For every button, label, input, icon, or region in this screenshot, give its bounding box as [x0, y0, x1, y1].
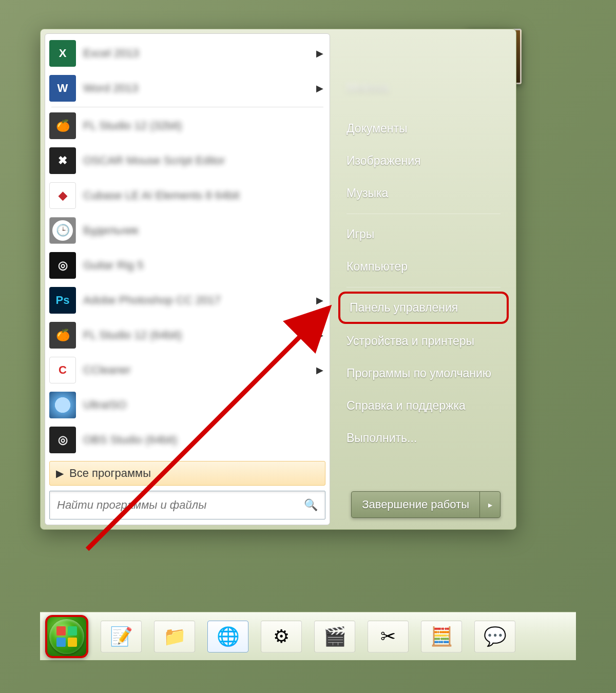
submenu-arrow-icon: ▶: [316, 83, 323, 94]
app-icon: ◎: [49, 427, 76, 453]
app-icon: C: [49, 357, 76, 383]
taskbar-item-notepad[interactable]: 📝: [101, 621, 142, 652]
submenu-arrow-icon: ▶: [316, 330, 323, 341]
program-item[interactable]: 🍊FL Studio 12 (32bit): [46, 108, 329, 143]
link-run[interactable]: Выполнить...: [346, 422, 500, 454]
divider: [346, 214, 500, 214]
program-item[interactable]: ◆Cubase LE AI Elements 8 64bit: [46, 178, 329, 213]
program-item[interactable]: XExcel 2013▶: [46, 36, 329, 71]
taskbar-item-mpc[interactable]: 🎬: [314, 621, 355, 652]
link-computer[interactable]: Компьютер: [346, 251, 500, 283]
taskbar-item-explorer[interactable]: 📁: [154, 621, 195, 652]
program-label: Guitar Rig 5: [83, 259, 323, 272]
program-item[interactable]: ◎Guitar Rig 5: [46, 248, 329, 283]
taskbar-item-discord[interactable]: 💬: [474, 621, 515, 652]
program-item[interactable]: ◎OBS Studio (64bit): [46, 422, 329, 457]
app-icon: [49, 392, 76, 418]
start-menu: XExcel 2013▶WWord 2013▶🍊FL Studio 12 (32…: [40, 29, 516, 530]
windows-orb-icon: [49, 619, 84, 654]
program-label: Adobe Photoshop CC 2017: [83, 294, 316, 307]
program-label: Excel 2013: [83, 47, 316, 60]
program-item[interactable]: 🕒Будильник: [46, 213, 329, 248]
link-help[interactable]: Справка и поддержка: [346, 390, 500, 422]
link-control-panel[interactable]: Панель управления: [350, 300, 497, 316]
taskbar-item-calc[interactable]: 🧮: [421, 621, 462, 652]
program-label: Cubase LE AI Elements 8 64bit: [83, 189, 323, 202]
program-item[interactable]: CCCleaner▶: [46, 353, 329, 388]
link-documents[interactable]: Документы: [346, 112, 500, 145]
program-label: UltraISO: [83, 398, 323, 412]
chevron-right-icon: ▶: [56, 467, 69, 479]
link-devices-printers[interactable]: Устройства и принтеры: [346, 325, 500, 357]
start-menu-left-panel: XExcel 2013▶WWord 2013▶🍊FL Studio 12 (32…: [45, 33, 330, 525]
user-name-label[interactable]: Melissa: [346, 81, 500, 95]
annotation-highlight-control-panel: Панель управления: [338, 292, 509, 324]
program-item[interactable]: UltraISO: [46, 388, 329, 422]
taskbar: 📝📁🌐⚙🎬✂🧮💬: [40, 612, 576, 660]
shutdown-options-button[interactable]: ▸: [479, 492, 500, 517]
shutdown-button[interactable]: Завершение работы: [352, 492, 479, 517]
program-label: Word 2013: [83, 82, 316, 95]
app-icon: ◎: [49, 252, 76, 279]
app-icon: 🍊: [49, 322, 76, 349]
search-box[interactable]: 🔍: [49, 491, 325, 519]
program-label: CCleaner: [83, 363, 316, 377]
divider: [346, 287, 500, 287]
link-games[interactable]: Игры: [346, 218, 500, 251]
link-default-programs[interactable]: Программы по умолчанию: [346, 357, 500, 390]
submenu-arrow-icon: ▶: [316, 295, 323, 306]
program-item[interactable]: ✖OSCAR Mouse Script Editor: [46, 143, 329, 178]
app-icon: 🕒: [49, 217, 76, 244]
shutdown-button-group: Завершение работы ▸: [351, 491, 500, 518]
start-button[interactable]: [45, 615, 88, 658]
link-music[interactable]: Музыка: [346, 177, 500, 209]
submenu-arrow-icon: ▶: [316, 48, 323, 59]
program-label: OSCAR Mouse Script Editor: [83, 154, 323, 167]
program-item[interactable]: PsAdobe Photoshop CC 2017▶: [46, 283, 329, 318]
program-label: OBS Studio (64bit): [83, 433, 323, 447]
app-icon: Ps: [49, 287, 76, 314]
all-programs-label: Все программы: [69, 467, 151, 480]
taskbar-item-steam[interactable]: ⚙: [261, 621, 302, 652]
program-label: FL Studio 12 (64bit): [83, 329, 316, 342]
app-icon: X: [49, 40, 76, 67]
app-icon: ◆: [49, 182, 76, 209]
taskbar-items: 📝📁🌐⚙🎬✂🧮💬: [101, 621, 515, 652]
search-icon: 🔍: [304, 498, 318, 512]
taskbar-item-snip[interactable]: ✂: [368, 621, 409, 652]
app-icon: 🍊: [49, 112, 76, 139]
program-item[interactable]: WWord 2013▶: [46, 71, 329, 106]
program-label: FL Studio 12 (32bit): [83, 119, 323, 132]
chevron-right-icon: ▸: [488, 500, 492, 510]
separator: [51, 107, 323, 107]
taskbar-item-chrome[interactable]: 🌐: [207, 621, 248, 652]
program-item[interactable]: 🍊FL Studio 12 (64bit)▶: [46, 318, 329, 353]
app-icon: ✖: [49, 147, 76, 174]
submenu-arrow-icon: ▶: [316, 364, 323, 376]
start-menu-right-panel: Melissa Документы Изображения Музыка Игр…: [334, 29, 516, 529]
link-pictures[interactable]: Изображения: [346, 145, 500, 177]
program-label: Будильник: [83, 224, 323, 237]
recent-programs-list: XExcel 2013▶WWord 2013▶🍊FL Studio 12 (32…: [45, 34, 330, 459]
app-icon: W: [49, 75, 76, 102]
all-programs-button[interactable]: ▶ Все программы: [49, 461, 325, 486]
search-input[interactable]: [57, 498, 304, 512]
